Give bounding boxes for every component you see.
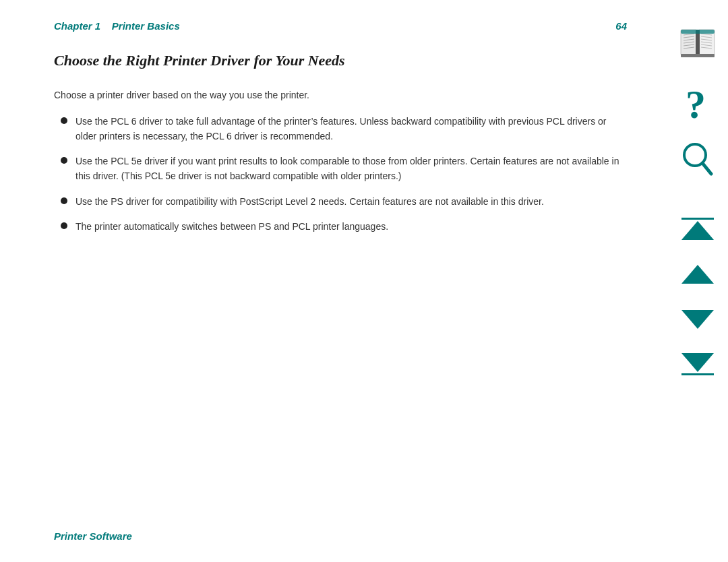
page-title: Choose the Right Printer Driver for Your… <box>54 52 627 69</box>
page-number: 64 <box>615 20 627 32</box>
arrow-top-line <box>681 218 714 220</box>
sidebar-icons: ? <box>667 0 728 562</box>
nav-arrows <box>677 210 718 383</box>
bullet-dot <box>61 222 67 229</box>
svg-text:?: ? <box>686 82 706 125</box>
svg-rect-15 <box>681 54 715 57</box>
next-page-button[interactable] <box>677 301 718 338</box>
svg-line-19 <box>702 163 711 174</box>
svg-rect-16 <box>681 30 715 34</box>
arrow-down-icon <box>681 310 714 329</box>
list-item: Use the PCL 6 driver to take full advant… <box>61 115 627 144</box>
page-container: Chapter 1 Printer Basics 64 Choose the R… <box>0 0 728 562</box>
arrow-down-icon <box>681 353 714 372</box>
bullet-text: Use the PCL 6 driver to take full advant… <box>75 115 627 144</box>
bullet-text: Use the PCL 5e driver if you want print … <box>75 154 627 183</box>
list-item: Use the PS driver for compatibility with… <box>61 195 627 210</box>
bullet-text: Use the PS driver for compatibility with… <box>75 195 544 210</box>
header-row: Chapter 1 Printer Basics 64 <box>54 20 627 32</box>
footer-label: Printer Software <box>54 530 132 542</box>
main-content: Chapter 1 Printer Basics 64 Choose the R… <box>0 0 667 562</box>
bullet-dot <box>61 117 67 124</box>
arrow-up-icon <box>681 265 714 284</box>
chapter-number: Chapter 1 <box>54 20 100 32</box>
book-icon <box>679 27 716 61</box>
intro-text: Choose a printer driver based on the way… <box>54 88 627 102</box>
arrow-bottom-line <box>681 373 714 375</box>
question-icon: ? <box>683 82 712 125</box>
book-icon-button[interactable] <box>674 20 721 67</box>
bullet-dot <box>61 157 67 164</box>
search-icon-button[interactable] <box>674 136 721 183</box>
search-icon <box>680 140 715 179</box>
prev-page-button[interactable] <box>677 255 718 292</box>
arrow-up-icon <box>681 221 714 240</box>
list-item: The printer automatically switches betwe… <box>61 220 627 235</box>
bullet-text: The printer automatically switches betwe… <box>75 220 388 235</box>
bullet-list: Use the PCL 6 driver to take full advant… <box>61 115 627 235</box>
section-name: Printer Basics <box>112 20 180 32</box>
bullet-dot <box>61 197 67 204</box>
help-icon-button[interactable]: ? <box>674 80 721 127</box>
last-page-button[interactable] <box>677 346 718 383</box>
first-page-button[interactable] <box>677 210 718 247</box>
chapter-header: Chapter 1 Printer Basics <box>54 20 180 32</box>
list-item: Use the PCL 5e driver if you want print … <box>61 154 627 183</box>
